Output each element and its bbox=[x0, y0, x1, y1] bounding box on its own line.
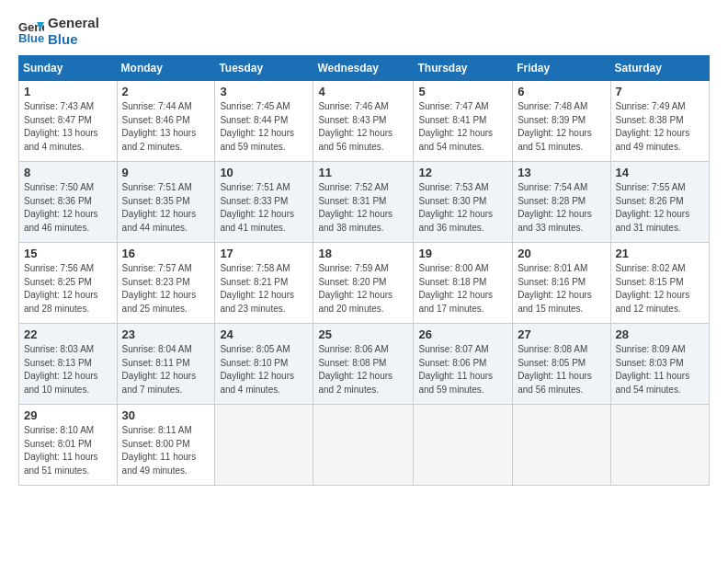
day-number: 19 bbox=[418, 247, 507, 260]
logo-line2: Blue bbox=[48, 31, 99, 48]
day-info: Sunrise: 7:46 AMSunset: 8:43 PMDaylight:… bbox=[318, 100, 408, 154]
day-info: Sunrise: 7:43 AMSunset: 8:47 PMDaylight:… bbox=[24, 100, 112, 154]
calendar-cell: 16Sunrise: 7:57 AMSunset: 8:23 PMDayligh… bbox=[117, 243, 215, 324]
day-info: Sunrise: 7:53 AMSunset: 8:30 PMDaylight:… bbox=[418, 181, 507, 235]
calendar-cell: 10Sunrise: 7:51 AMSunset: 8:33 PMDayligh… bbox=[215, 162, 313, 243]
day-info: Sunrise: 8:04 AMSunset: 8:11 PMDaylight:… bbox=[122, 343, 210, 396]
calendar-cell: 29Sunrise: 8:10 AMSunset: 8:01 PMDayligh… bbox=[19, 405, 118, 486]
day-number: 22 bbox=[24, 327, 112, 341]
calendar-week-row: 22Sunrise: 8:03 AMSunset: 8:13 PMDayligh… bbox=[19, 324, 710, 405]
day-number: 7 bbox=[616, 85, 704, 98]
calendar-header-sunday: Sunday bbox=[19, 56, 118, 81]
calendar-cell: 13Sunrise: 7:54 AMSunset: 8:28 PMDayligh… bbox=[513, 162, 610, 243]
calendar-cell: 14Sunrise: 7:55 AMSunset: 8:26 PMDayligh… bbox=[610, 162, 709, 243]
day-number: 14 bbox=[616, 166, 704, 179]
calendar-header-thursday: Thursday bbox=[414, 56, 513, 81]
day-info: Sunrise: 7:51 AMSunset: 8:35 PMDaylight:… bbox=[122, 181, 210, 235]
calendar-cell: 1Sunrise: 7:43 AMSunset: 8:47 PMDaylight… bbox=[19, 81, 118, 162]
day-info: Sunrise: 8:09 AMSunset: 8:03 PMDaylight:… bbox=[616, 343, 704, 396]
day-number: 21 bbox=[616, 247, 704, 260]
header: General Blue General Blue bbox=[18, 15, 710, 48]
day-number: 29 bbox=[24, 408, 112, 422]
calendar-header-monday: Monday bbox=[117, 56, 215, 81]
calendar-week-row: 8Sunrise: 7:50 AMSunset: 8:36 PMDaylight… bbox=[19, 162, 710, 243]
day-number: 16 bbox=[122, 247, 210, 260]
calendar-cell: 5Sunrise: 7:47 AMSunset: 8:41 PMDaylight… bbox=[414, 81, 513, 162]
day-info: Sunrise: 7:56 AMSunset: 8:25 PMDaylight:… bbox=[24, 262, 112, 316]
calendar-header-tuesday: Tuesday bbox=[215, 56, 313, 81]
day-number: 1 bbox=[24, 85, 112, 98]
day-number: 6 bbox=[518, 85, 605, 98]
day-number: 3 bbox=[220, 85, 308, 98]
day-number: 25 bbox=[318, 327, 408, 341]
day-number: 26 bbox=[418, 327, 507, 341]
calendar-cell bbox=[610, 405, 709, 486]
calendar-cell bbox=[414, 405, 513, 486]
calendar-cell: 12Sunrise: 7:53 AMSunset: 8:30 PMDayligh… bbox=[414, 162, 513, 243]
day-info: Sunrise: 8:06 AMSunset: 8:08 PMDaylight:… bbox=[318, 343, 408, 396]
calendar-cell: 25Sunrise: 8:06 AMSunset: 8:08 PMDayligh… bbox=[313, 324, 414, 405]
calendar-header-wednesday: Wednesday bbox=[313, 56, 414, 81]
day-info: Sunrise: 7:52 AMSunset: 8:31 PMDaylight:… bbox=[318, 181, 408, 235]
calendar-cell: 26Sunrise: 8:07 AMSunset: 8:06 PMDayligh… bbox=[414, 324, 513, 405]
day-info: Sunrise: 7:59 AMSunset: 8:20 PMDaylight:… bbox=[318, 262, 408, 316]
day-info: Sunrise: 7:54 AMSunset: 8:28 PMDaylight:… bbox=[518, 181, 605, 235]
day-number: 12 bbox=[418, 166, 507, 179]
day-info: Sunrise: 8:07 AMSunset: 8:06 PMDaylight:… bbox=[418, 343, 507, 396]
calendar-cell: 27Sunrise: 8:08 AMSunset: 8:05 PMDayligh… bbox=[513, 324, 610, 405]
day-number: 4 bbox=[318, 85, 408, 98]
day-info: Sunrise: 7:58 AMSunset: 8:21 PMDaylight:… bbox=[220, 262, 308, 316]
calendar-cell: 8Sunrise: 7:50 AMSunset: 8:36 PMDaylight… bbox=[19, 162, 118, 243]
day-number: 10 bbox=[220, 166, 308, 179]
svg-text:Blue: Blue bbox=[18, 31, 44, 44]
day-number: 2 bbox=[122, 85, 210, 98]
calendar-week-row: 29Sunrise: 8:10 AMSunset: 8:01 PMDayligh… bbox=[19, 405, 710, 486]
calendar-cell: 2Sunrise: 7:44 AMSunset: 8:46 PMDaylight… bbox=[117, 81, 215, 162]
logo: General Blue General Blue bbox=[18, 15, 99, 48]
day-number: 28 bbox=[616, 327, 704, 341]
day-info: Sunrise: 8:01 AMSunset: 8:16 PMDaylight:… bbox=[518, 262, 605, 316]
day-info: Sunrise: 8:03 AMSunset: 8:13 PMDaylight:… bbox=[24, 343, 112, 396]
calendar-header-friday: Friday bbox=[513, 56, 610, 81]
day-info: Sunrise: 8:00 AMSunset: 8:18 PMDaylight:… bbox=[418, 262, 507, 316]
logo-icon: General Blue bbox=[18, 18, 44, 44]
day-number: 13 bbox=[518, 166, 605, 179]
calendar-cell: 11Sunrise: 7:52 AMSunset: 8:31 PMDayligh… bbox=[313, 162, 414, 243]
day-info: Sunrise: 7:49 AMSunset: 8:38 PMDaylight:… bbox=[616, 100, 704, 154]
day-number: 24 bbox=[220, 327, 308, 341]
day-number: 5 bbox=[418, 85, 507, 98]
calendar-cell bbox=[513, 405, 610, 486]
day-info: Sunrise: 8:05 AMSunset: 8:10 PMDaylight:… bbox=[220, 343, 308, 396]
day-info: Sunrise: 7:47 AMSunset: 8:41 PMDaylight:… bbox=[418, 100, 507, 154]
calendar-cell: 24Sunrise: 8:05 AMSunset: 8:10 PMDayligh… bbox=[215, 324, 313, 405]
day-info: Sunrise: 7:48 AMSunset: 8:39 PMDaylight:… bbox=[518, 100, 605, 154]
calendar-cell: 15Sunrise: 7:56 AMSunset: 8:25 PMDayligh… bbox=[19, 243, 118, 324]
day-info: Sunrise: 7:50 AMSunset: 8:36 PMDaylight:… bbox=[24, 181, 112, 235]
logo-line1: General bbox=[48, 15, 99, 31]
day-info: Sunrise: 8:08 AMSunset: 8:05 PMDaylight:… bbox=[518, 343, 605, 396]
calendar-cell: 21Sunrise: 8:02 AMSunset: 8:15 PMDayligh… bbox=[610, 243, 709, 324]
calendar-cell bbox=[313, 405, 414, 486]
page: General Blue General Blue SundayMondayTu… bbox=[0, 0, 728, 495]
calendar-cell: 23Sunrise: 8:04 AMSunset: 8:11 PMDayligh… bbox=[117, 324, 215, 405]
calendar-cell: 4Sunrise: 7:46 AMSunset: 8:43 PMDaylight… bbox=[313, 81, 414, 162]
calendar-cell: 3Sunrise: 7:45 AMSunset: 8:44 PMDaylight… bbox=[215, 81, 313, 162]
calendar-cell: 6Sunrise: 7:48 AMSunset: 8:39 PMDaylight… bbox=[513, 81, 610, 162]
calendar-table: SundayMondayTuesdayWednesdayThursdayFrid… bbox=[18, 55, 710, 486]
day-number: 17 bbox=[220, 247, 308, 260]
day-info: Sunrise: 8:02 AMSunset: 8:15 PMDaylight:… bbox=[616, 262, 704, 316]
day-number: 30 bbox=[122, 408, 210, 422]
calendar-cell: 17Sunrise: 7:58 AMSunset: 8:21 PMDayligh… bbox=[215, 243, 313, 324]
day-number: 8 bbox=[24, 166, 112, 179]
day-number: 27 bbox=[518, 327, 605, 341]
calendar-cell: 30Sunrise: 8:11 AMSunset: 8:00 PMDayligh… bbox=[117, 405, 215, 486]
day-info: Sunrise: 8:11 AMSunset: 8:00 PMDaylight:… bbox=[122, 424, 210, 477]
calendar-week-row: 15Sunrise: 7:56 AMSunset: 8:25 PMDayligh… bbox=[19, 243, 710, 324]
day-info: Sunrise: 7:57 AMSunset: 8:23 PMDaylight:… bbox=[122, 262, 210, 316]
day-number: 11 bbox=[318, 166, 408, 179]
day-info: Sunrise: 7:44 AMSunset: 8:46 PMDaylight:… bbox=[122, 100, 210, 154]
calendar-week-row: 1Sunrise: 7:43 AMSunset: 8:47 PMDaylight… bbox=[19, 81, 710, 162]
calendar-cell: 7Sunrise: 7:49 AMSunset: 8:38 PMDaylight… bbox=[610, 81, 709, 162]
day-number: 20 bbox=[518, 247, 605, 260]
day-info: Sunrise: 8:10 AMSunset: 8:01 PMDaylight:… bbox=[24, 424, 112, 477]
